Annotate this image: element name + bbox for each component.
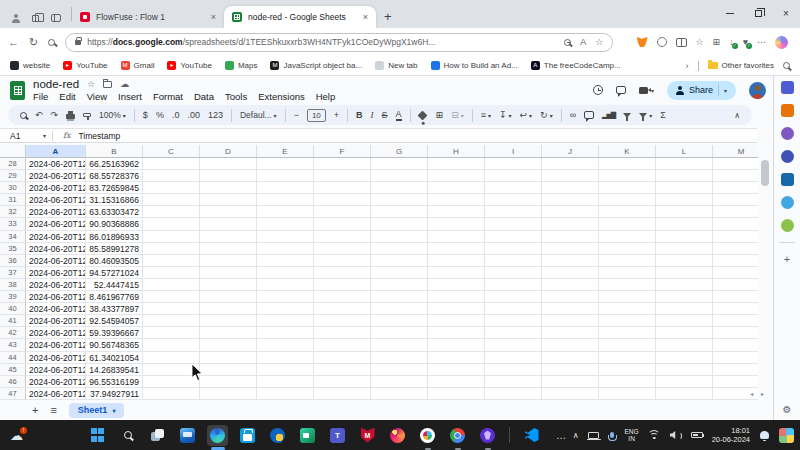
cell[interactable] [542,182,599,194]
clock-widget[interactable]: 18:01 20-06-2024 [712,426,750,444]
cell[interactable] [485,364,542,376]
cell[interactable] [200,303,257,315]
search-favorites-icon[interactable] [783,62,790,69]
cell[interactable] [143,158,200,170]
minimize-button[interactable] [716,0,744,26]
cell[interactable] [713,231,758,243]
cell-value[interactable]: 86.01896933 [86,231,143,243]
cell[interactable] [314,279,371,291]
cell-value[interactable]: 90.90368886 [86,218,143,230]
cell[interactable] [143,231,200,243]
cell[interactable] [314,170,371,182]
slack[interactable] [417,425,438,446]
increase-font-size-button[interactable]: + [334,110,339,120]
borders-button[interactable]: ⊞ [436,110,444,120]
cell[interactable] [485,339,542,351]
cell[interactable] [257,243,314,255]
cell[interactable] [656,206,713,218]
tab-close-icon[interactable]: × [363,12,368,22]
firefox[interactable] [387,425,408,446]
cell[interactable] [371,339,428,351]
column-header-h[interactable]: H [428,145,485,157]
cell[interactable] [257,352,314,364]
cell[interactable] [314,376,371,388]
menu-extensions[interactable]: Extensions [258,91,304,102]
cell[interactable] [257,279,314,291]
cell-value[interactable]: 80.46093505 [86,255,143,267]
cell-value[interactable]: 52.4447415 [86,279,143,291]
cell[interactable] [200,267,257,279]
url-text[interactable]: https://docs.google.com/spreadsheets/d/1… [87,37,558,47]
cell[interactable] [257,218,314,230]
cell[interactable] [599,243,656,255]
row-header[interactable]: 34 [0,231,26,243]
cell[interactable] [485,352,542,364]
cell[interactable] [371,376,428,388]
row-header[interactable]: 45 [0,364,26,376]
bookmark-how-to-build-an-ad[interactable]: How to Build an Ad... [431,61,518,70]
version-history-icon[interactable] [593,85,603,95]
volume-icon[interactable] [670,430,682,440]
cell[interactable] [485,327,542,339]
cell[interactable] [143,303,200,315]
split-screen-icon[interactable] [676,38,687,47]
cell[interactable] [371,352,428,364]
favorites-bar-icon[interactable]: ☆ [696,37,704,47]
cell[interactable] [542,327,599,339]
cell[interactable] [428,158,485,170]
cell[interactable] [371,303,428,315]
cell-timestamp[interactable]: 2024-06-20T12:2 [26,388,86,400]
cell[interactable] [485,231,542,243]
cell-timestamp[interactable]: 2024-06-20T12:2 [26,364,86,376]
add-sheet-button[interactable]: + [32,404,38,416]
cell[interactable] [428,182,485,194]
bookmark-website[interactable]: website [10,61,50,70]
google-meet[interactable] [297,425,318,446]
cell[interactable] [428,303,485,315]
move-to-folder-icon[interactable] [103,81,112,88]
menu-file[interactable]: File [33,91,48,102]
cell[interactable] [656,182,713,194]
cell[interactable] [257,170,314,182]
downloads-icon[interactable]: ↓ [729,37,734,47]
new-tab-button[interactable]: + [376,9,400,28]
cell[interactable] [428,218,485,230]
column-header-f[interactable]: F [314,145,371,157]
cell[interactable] [257,376,314,388]
search-button[interactable] [117,425,138,446]
name-box[interactable]: A1 ▾ [0,131,52,141]
refresh-icon[interactable]: ↻ [29,36,38,49]
cell[interactable] [656,291,713,303]
sheet-tab-dropdown-icon[interactable]: ▾ [112,407,115,414]
addon-send-icon[interactable] [781,196,794,209]
row-header[interactable]: 42 [0,327,26,339]
chrome[interactable] [447,425,468,446]
cell[interactable] [371,206,428,218]
wifi-icon[interactable] [648,430,661,440]
cell[interactable] [542,170,599,182]
read-aloud-icon[interactable]: A [580,37,586,47]
cell[interactable] [371,158,428,170]
cell[interactable] [713,194,758,206]
cell[interactable] [713,182,758,194]
create-filter-button[interactable] [623,113,631,118]
cell[interactable] [428,352,485,364]
cell-timestamp[interactable]: 2024-06-20T12:2 [26,267,86,279]
cell[interactable] [143,218,200,230]
cell[interactable] [371,388,428,400]
cell[interactable] [314,218,371,230]
cell[interactable] [257,315,314,327]
sidebar-search-icon[interactable] [48,39,55,46]
cell[interactable] [200,182,257,194]
horizontal-scroll-arrows[interactable]: ◂ ▸ [750,390,767,397]
cell-value[interactable]: 59.39396667 [86,327,143,339]
cell[interactable] [257,255,314,267]
undo-button[interactable]: ↶ [35,110,43,120]
cell[interactable] [371,218,428,230]
cell[interactable] [428,243,485,255]
cell[interactable] [314,267,371,279]
cell[interactable] [314,206,371,218]
row-header[interactable]: 47 [0,388,26,400]
cell[interactable] [599,339,656,351]
cell[interactable] [143,388,200,400]
